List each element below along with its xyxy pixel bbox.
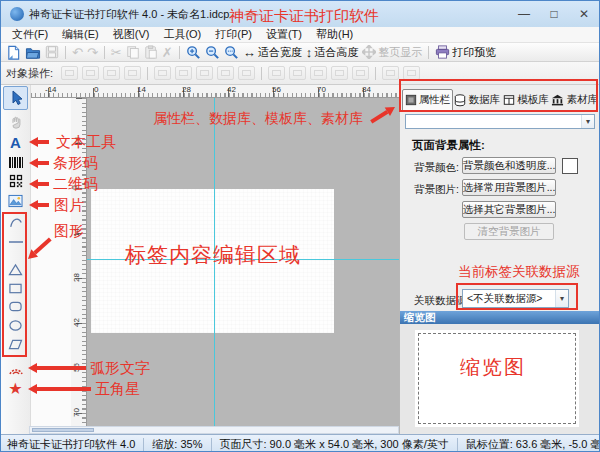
triangle-tool[interactable] [3, 261, 28, 277]
minimize-button[interactable]: — [509, 1, 539, 27]
status-separator [143, 438, 144, 451]
cut-icon: ✂ [109, 44, 124, 61]
close-button[interactable]: ✕ [569, 1, 599, 27]
hand-tool[interactable] [3, 113, 28, 131]
save-icon [43, 44, 61, 61]
fit-width-icon: ↔ [243, 45, 256, 60]
horizontal-guide-line [87, 259, 399, 260]
menu-view[interactable]: 视图(V) [106, 27, 157, 42]
horizontal-ruler: -14 0 14 28 42 56 70 84 98 [31, 85, 399, 98]
line-tool[interactable] [3, 233, 28, 250]
image-tool[interactable] [3, 192, 28, 210]
object-toolbar: 对象操作: [1, 62, 599, 85]
object-select-dropdown[interactable]: ▾ [405, 114, 595, 129]
open-file-icon[interactable] [23, 44, 43, 61]
menu-bar: 文件(F) 编辑(E) 视图(V) 工具(O) 打印(P) 设置(T) 帮助(H… [1, 27, 599, 43]
object-toolbar-label: 对象操作: [6, 66, 53, 81]
ruler-number: 56 [272, 85, 281, 94]
text-tool[interactable]: A [3, 133, 28, 151]
same-height-icon [352, 66, 369, 80]
horizontal-scrollbar[interactable] [29, 426, 399, 434]
qrcode-tool[interactable] [3, 172, 28, 190]
tab-materials[interactable]: 素材库 [550, 89, 599, 111]
bg-color-swatch[interactable] [562, 158, 578, 174]
image-tool-icon [8, 194, 23, 208]
scrollbar-thumb[interactable] [32, 428, 94, 432]
rectangle-tool-icon [8, 282, 23, 295]
text-tool-icon: A [10, 134, 21, 151]
ellipse-tool-icon [8, 319, 23, 332]
select-tool-icon [9, 90, 23, 106]
menu-help[interactable]: 帮助(H) [309, 27, 360, 42]
datasource-dropdown[interactable]: <不关联数据源> ▾ [462, 289, 569, 308]
tab-properties[interactable]: 属性栏 [402, 89, 453, 111]
toolbar-separator [179, 46, 180, 59]
arc-text-tool[interactable] [3, 362, 28, 378]
toolbar-separator [375, 67, 376, 80]
app-icon [10, 7, 24, 21]
bg-other-image-button[interactable]: 选择其它背景图片... [462, 201, 556, 218]
zoom-out-icon[interactable] [203, 44, 222, 61]
toolbar-separator [104, 46, 105, 59]
status-bar: 神奇证卡证书打印软件 4.0 缩放: 35% 页面尺寸: 90.0 毫米 x 5… [1, 434, 599, 452]
ruler-number: 0 [94, 85, 98, 94]
fit-width-button[interactable]: ↔适合宽度 [241, 44, 304, 61]
label-page[interactable] [91, 189, 334, 333]
ruler-number: 14 [72, 228, 81, 237]
panel-tabs: 属性栏 数据库 模板库 素材库 [402, 87, 599, 111]
print-preview-icon [435, 45, 450, 59]
zoom-in-icon[interactable] [184, 44, 203, 61]
tab-database[interactable]: 数据库 [453, 89, 502, 111]
undo-icon: ↶ [70, 44, 85, 61]
select-tool[interactable] [3, 86, 28, 110]
zoom-custom-icon[interactable] [222, 44, 241, 61]
menu-settings[interactable]: 设置(T) [259, 27, 309, 42]
ruler-number: 56 [72, 363, 81, 372]
group-icon [61, 66, 78, 80]
tab-templates[interactable]: 模板库 [502, 89, 551, 111]
ellipse-tool[interactable] [3, 317, 28, 333]
copy-icon [124, 44, 142, 61]
star-tool-icon: ★ [8, 381, 22, 397]
ruler-number: 84 [362, 85, 371, 94]
ruler-number: 42 [72, 318, 81, 327]
menu-edit[interactable]: 编辑(E) [55, 27, 106, 42]
break-apart-icon [403, 66, 420, 80]
bg-clear-button: 清空背景图片 [464, 223, 554, 240]
curve-tool[interactable] [3, 214, 28, 231]
vertical-ruler: -14 0 14 28 42 56 70 [71, 98, 87, 434]
canvas-margin [31, 98, 71, 426]
canvas-area[interactable] [87, 98, 399, 426]
menu-print[interactable]: 打印(P) [208, 27, 259, 42]
parallelogram-tool-icon [8, 338, 23, 351]
material-icon [551, 94, 564, 106]
paste-icon [142, 44, 160, 61]
menu-file[interactable]: 文件(F) [5, 27, 55, 42]
hand-tool-icon [9, 115, 23, 129]
vertical-guide-line [214, 98, 215, 426]
rounded-rectangle-tool[interactable] [3, 298, 28, 314]
print-preview-button[interactable]: 打印预览 [433, 44, 498, 61]
rounded-rectangle-tool-icon [8, 300, 23, 313]
fit-height-icon: ↕ [306, 45, 313, 60]
ungroup-icon [82, 66, 99, 80]
bg-common-image-button[interactable]: 选择常用背景图片... [462, 179, 556, 196]
chevron-down-icon[interactable]: ▾ [555, 290, 568, 307]
chevron-down-icon[interactable]: ▾ [581, 115, 594, 128]
parallelogram-tool[interactable] [3, 336, 28, 353]
rectangle-tool[interactable] [3, 280, 28, 296]
barcode-tool[interactable] [3, 153, 28, 171]
fit-height-button[interactable]: ↕适合高度 [304, 44, 361, 61]
new-document-icon[interactable] [4, 44, 23, 61]
qrcode-tool-icon [9, 174, 23, 188]
distribute-v-icon [331, 66, 348, 80]
align-right-icon [196, 66, 213, 80]
menu-tools[interactable]: 工具(O) [156, 27, 208, 42]
properties-panel: 属性栏 数据库 模板库 素材库 ▾ 页面背景属性: 背景颜色: 背景颜色和透明度… [399, 85, 600, 434]
maximize-button[interactable]: □ [539, 1, 569, 27]
star-tool[interactable]: ★ [3, 380, 28, 398]
bg-color-button[interactable]: 背景颜色和透明度... [462, 157, 556, 174]
properties-icon [405, 94, 417, 106]
thumbnail-preview[interactable] [415, 330, 579, 427]
align-center-icon [175, 66, 192, 80]
